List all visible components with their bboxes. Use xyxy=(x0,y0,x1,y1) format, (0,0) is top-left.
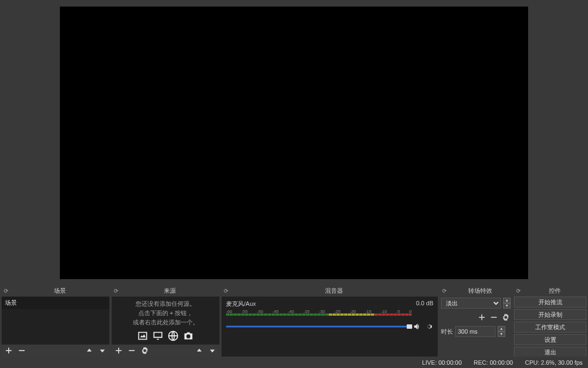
dock-handle-icon[interactable]: ⟳ xyxy=(112,288,120,294)
status-cpu: CPU: 2.6%, 30.00 fps xyxy=(525,359,583,366)
move-scene-up-button[interactable] xyxy=(85,347,93,354)
display-source-icon xyxy=(152,330,164,342)
empty-text-line: 您还没有添加任何源。 xyxy=(136,300,195,308)
preview-area xyxy=(0,0,588,286)
bottom-panels: ⟳ 场景 场景 ⟳ 来源 您还没有添加任何源。 点击下面的 + 按钮， xyxy=(0,286,588,357)
mixer-title: 混音器 xyxy=(230,287,438,295)
source-properties-button[interactable] xyxy=(141,347,149,354)
image-source-icon xyxy=(137,330,149,342)
track-name: 麦克风/Aux xyxy=(226,300,256,308)
svg-rect-0 xyxy=(19,350,25,351)
move-source-up-button[interactable] xyxy=(195,347,203,354)
preview-canvas[interactable] xyxy=(60,7,528,279)
empty-text-line: 点击下面的 + 按钮， xyxy=(138,309,193,317)
status-bar: LIVE: 00:00:00 REC: 00:00:00 CPU: 2.6%, … xyxy=(0,357,588,368)
status-rec: REC: 00:00:00 xyxy=(474,359,513,366)
transition-select[interactable]: 淡出 xyxy=(441,298,501,309)
track-db: 0.0 dB xyxy=(416,300,433,308)
transitions-panel: ⟳ 转场特效 淡出 ▲ ▼ 时长 ▲ xyxy=(440,286,512,357)
dock-handle-icon[interactable]: ⟳ xyxy=(2,288,10,294)
dock-handle-icon[interactable]: ⟳ xyxy=(222,288,230,294)
dock-handle-icon[interactable]: ⟳ xyxy=(440,288,449,294)
duration-spin-down[interactable]: ▼ xyxy=(498,331,505,337)
move-scene-down-button[interactable] xyxy=(99,347,106,354)
settings-button[interactable]: 设置 xyxy=(514,334,586,345)
transitions-title: 转场特效 xyxy=(449,287,512,295)
duration-spin-up[interactable]: ▲ xyxy=(498,326,505,331)
add-scene-button[interactable] xyxy=(5,347,13,354)
audio-track: 麦克风/Aux 0.0 dB -60-55-50-45-40-35-30-25-… xyxy=(222,297,438,334)
track-settings-button[interactable] xyxy=(425,322,433,331)
dock-handle-icon[interactable]: ⟳ xyxy=(514,288,523,294)
volume-meter: -60-55-50-45-40-35-30-25-20-15-10-50 xyxy=(226,309,433,321)
scenes-title: 场景 xyxy=(10,287,109,295)
scenes-list[interactable]: 场景 xyxy=(2,297,109,345)
scenes-panel: ⟳ 场景 场景 xyxy=(2,286,109,357)
camera-source-icon xyxy=(182,330,194,342)
controls-title: 控件 xyxy=(523,287,586,295)
status-live: LIVE: 00:00:00 xyxy=(422,359,462,366)
transition-spin-down[interactable]: ▼ xyxy=(503,303,511,309)
sources-title: 来源 xyxy=(120,287,219,295)
start-streaming-button[interactable]: 开始推流 xyxy=(514,297,586,307)
move-source-down-button[interactable] xyxy=(209,347,216,354)
remove-scene-button[interactable] xyxy=(18,347,26,354)
start-recording-button[interactable]: 开始录制 xyxy=(514,309,586,320)
transition-properties-button[interactable] xyxy=(502,313,510,321)
controls-panel: ⟳ 控件 开始推流 开始录制 工作室模式 设置 退出 xyxy=(514,286,586,357)
remove-transition-button[interactable] xyxy=(490,313,498,321)
scenes-toolbar xyxy=(2,345,109,357)
svg-rect-3 xyxy=(491,317,497,318)
volume-slider[interactable] xyxy=(226,323,409,330)
duration-label: 时长 xyxy=(441,328,453,336)
duration-input[interactable] xyxy=(455,326,495,337)
sources-empty-state[interactable]: 您还没有添加任何源。 点击下面的 + 按钮， 或者右击此处添加一个。 xyxy=(112,297,219,345)
exit-button[interactable]: 退出 xyxy=(514,347,586,357)
empty-text-line: 或者右击此处添加一个。 xyxy=(133,318,199,327)
transition-spin-up[interactable]: ▲ xyxy=(503,298,511,303)
remove-source-button[interactable] xyxy=(128,347,136,354)
add-transition-button[interactable] xyxy=(478,313,486,321)
globe-source-icon xyxy=(167,330,179,342)
mute-button[interactable] xyxy=(413,322,421,331)
svg-rect-2 xyxy=(129,350,135,351)
sources-toolbar xyxy=(112,345,219,357)
scene-item[interactable]: 场景 xyxy=(2,297,109,309)
studio-mode-button[interactable]: 工作室模式 xyxy=(514,322,586,333)
sources-panel: ⟳ 来源 您还没有添加任何源。 点击下面的 + 按钮， 或者右击此处添加一个。 xyxy=(112,286,219,357)
add-source-button[interactable] xyxy=(115,347,122,354)
audio-mixer-panel: ⟳ 混音器 麦克风/Aux 0.0 dB -60-55-50-45-40-35-… xyxy=(222,286,438,357)
